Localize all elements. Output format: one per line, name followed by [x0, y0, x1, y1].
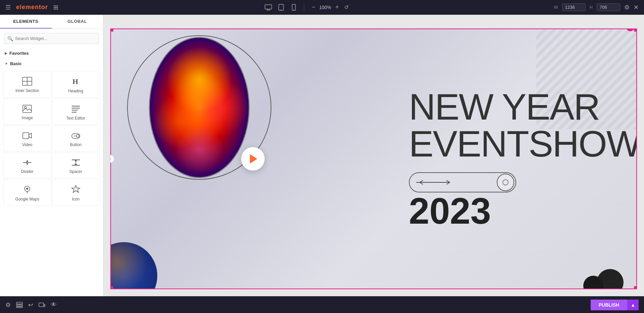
- text-editor-label: Text Editor: [66, 116, 85, 121]
- app-logo: elementor: [16, 4, 48, 11]
- play-button[interactable]: [241, 147, 265, 171]
- layers-icon[interactable]: [16, 301, 23, 308]
- bottom-bar-left: ⚙ ↩ 👁: [5, 301, 57, 309]
- zoom-level: 100%: [319, 5, 331, 10]
- heading-label: Heading: [68, 89, 83, 93]
- text-editor-icon: [71, 104, 80, 113]
- divider-icon: [22, 158, 32, 167]
- tablet-icon[interactable]: [276, 3, 286, 12]
- history-icon[interactable]: ↩: [28, 301, 33, 309]
- responsive-icon[interactable]: [39, 301, 45, 308]
- fireworks-image: [150, 38, 249, 177]
- arrow-track: [409, 172, 516, 192]
- mobile-icon[interactable]: [289, 3, 299, 12]
- google-maps-icon: [22, 185, 32, 194]
- widget-heading[interactable]: H Heading: [52, 71, 100, 98]
- widget-spacer[interactable]: Spacer: [52, 152, 100, 178]
- icon-label: Icon: [72, 197, 79, 202]
- blue-circle: [110, 242, 157, 289]
- zoom-in-button[interactable]: +: [333, 3, 341, 11]
- svg-rect-0: [265, 5, 272, 9]
- favorites-arrow-icon: ▶: [5, 51, 7, 55]
- spacer-icon: [71, 158, 80, 167]
- basic-arrow-icon: ▼: [5, 62, 8, 65]
- google-maps-label: Google Maps: [15, 197, 39, 202]
- publish-expand-button[interactable]: ▲: [627, 300, 639, 310]
- grid-icon[interactable]: ⊞: [53, 4, 58, 11]
- publish-button[interactable]: PUBLISH: [591, 300, 627, 310]
- search-widget: 🔍: [4, 33, 99, 44]
- ny-year-text: 2023: [409, 192, 491, 229]
- ny-title: NEW YEAR EVENTSHOW: [409, 88, 624, 162]
- svg-rect-40: [16, 302, 22, 304]
- width-input[interactable]: [562, 3, 586, 11]
- svg-text:H: H: [72, 77, 78, 86]
- arrow-control: [409, 172, 516, 192]
- inner-section-label: Inner Section: [15, 88, 39, 93]
- top-bar-center: − 100% + ↺: [58, 3, 554, 12]
- basic-section-header[interactable]: ▼ Basic: [0, 58, 103, 69]
- svg-rect-42: [16, 307, 22, 308]
- svg-rect-41: [16, 305, 22, 306]
- video-icon: [22, 131, 32, 140]
- svg-point-5: [281, 9, 281, 10]
- tab-elements[interactable]: ELEMENTS: [0, 15, 52, 29]
- widget-video[interactable]: Video: [3, 126, 51, 152]
- widget-google-maps[interactable]: Google Maps: [3, 179, 51, 206]
- preview-icon[interactable]: 👁: [51, 301, 57, 308]
- widget-text-editor[interactable]: Text Editor: [52, 98, 100, 125]
- ny-text-area: NEW YEAR EVENTSHOW 2023: [395, 29, 637, 289]
- widget-icon[interactable]: Icon: [52, 179, 100, 206]
- oval-frame: [149, 37, 250, 178]
- canvas-content: NEW YEAR EVENTSHOW 2023: [110, 28, 637, 289]
- widget-divider[interactable]: Divider: [3, 152, 51, 178]
- basic-label: Basic: [10, 61, 22, 66]
- close-icon[interactable]: ✕: [634, 4, 639, 11]
- svg-rect-18: [23, 133, 29, 139]
- ny-year: 2023: [409, 192, 624, 229]
- svg-marker-23: [26, 160, 28, 162]
- widget-inner-section[interactable]: Inner Section: [3, 71, 51, 98]
- zoom-reset-icon[interactable]: ↺: [344, 4, 348, 10]
- sidebar: ELEMENTS GLOBAL 🔍 ▶ Favorites ▼ Basic In…: [0, 15, 103, 296]
- svg-point-20: [76, 135, 79, 137]
- publish-area: PUBLISH ▲: [591, 300, 639, 310]
- svg-point-39: [503, 180, 508, 185]
- widgets-grid: Inner Section H Heading Image: [0, 69, 103, 208]
- desktop-icon[interactable]: [264, 3, 273, 12]
- video-label: Video: [22, 142, 32, 147]
- zoom-out-button[interactable]: −: [310, 3, 317, 11]
- svg-marker-33: [72, 185, 80, 192]
- settings-icon[interactable]: ⚙: [624, 4, 630, 11]
- search-input[interactable]: [4, 33, 99, 44]
- svg-rect-12: [23, 105, 32, 113]
- sidebar-tabs: ELEMENTS GLOBAL: [0, 15, 103, 29]
- favorites-label: Favorites: [9, 51, 29, 56]
- separator: [304, 3, 304, 11]
- settings-bottom-icon[interactable]: ⚙: [5, 301, 11, 309]
- svg-rect-43: [39, 303, 44, 307]
- tab-global[interactable]: GLOBAL: [52, 15, 103, 29]
- spacer-label: Spacer: [69, 169, 82, 174]
- arrow-circle: [497, 174, 514, 191]
- top-bar-left: ☰ elementor ⊞: [5, 4, 58, 11]
- heading-icon: H: [71, 77, 80, 86]
- canvas-area[interactable]: NEW YEAR EVENTSHOW 2023: [103, 15, 644, 296]
- play-triangle-icon: [250, 154, 257, 164]
- ny-title-line2: EVENTSHOW: [409, 125, 624, 162]
- svg-point-31: [26, 188, 28, 190]
- height-input[interactable]: [597, 3, 620, 11]
- svg-point-7: [293, 9, 294, 10]
- top-bar: ☰ elementor ⊞ − 100% + ↺ W H ⚙ ✕: [0, 0, 644, 15]
- hamburger-menu-icon[interactable]: ☰: [5, 4, 11, 11]
- favorites-section-header[interactable]: ▶ Favorites: [0, 48, 103, 58]
- ny-title-line1: NEW YEAR: [409, 88, 624, 125]
- device-icons: [264, 3, 299, 12]
- widget-button[interactable]: Button: [52, 126, 100, 152]
- image-icon: [22, 104, 32, 113]
- divider-label: Divider: [21, 169, 34, 174]
- widget-image[interactable]: Image: [3, 98, 51, 125]
- arrow-line: [416, 179, 509, 186]
- svg-rect-44: [44, 304, 45, 307]
- button-label: Button: [70, 142, 82, 147]
